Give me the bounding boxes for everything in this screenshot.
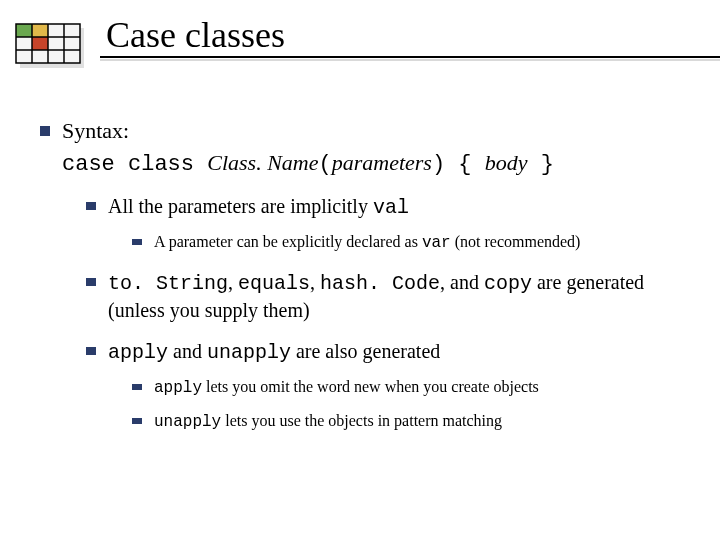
- svg-rect-10: [32, 50, 48, 63]
- svg-rect-9: [16, 50, 32, 63]
- svg-rect-12: [64, 50, 80, 63]
- bullet-icon: [86, 202, 96, 210]
- svg-rect-2: [32, 24, 48, 37]
- bullet-text: apply and unapply are also generated: [108, 338, 440, 366]
- slide: Case classes Syntax: case class Class. N…: [0, 0, 720, 540]
- bullet-icon: [86, 347, 96, 355]
- code-val: val: [373, 196, 409, 219]
- bullet-icon: [40, 126, 50, 136]
- syntax-parameters: parameters: [332, 150, 432, 175]
- bullet-unapply-desc: unapply lets you use the objects in patt…: [132, 410, 696, 434]
- text: A parameter can be explicitly declared a…: [154, 233, 422, 250]
- slide-title: Case classes: [100, 8, 285, 56]
- bullet-apply-desc: apply lets you omit the word new when yo…: [132, 376, 696, 400]
- bullet-text: to. String, equals, hash. Code, and copy…: [108, 269, 696, 324]
- bullet-text: apply lets you omit the word new when yo…: [154, 376, 539, 400]
- syntax-label: Syntax:: [62, 118, 129, 143]
- text: , and: [440, 271, 484, 293]
- syntax-brace-close: }: [527, 152, 553, 177]
- text: are also generated: [291, 340, 440, 362]
- bullet-icon: [86, 278, 96, 286]
- grid-logo-icon: [0, 8, 100, 88]
- code-var: var: [422, 234, 451, 252]
- bullet-text: unapply lets you use the objects in patt…: [154, 410, 502, 434]
- syntax-paren-open: (: [318, 152, 331, 177]
- bullet-icon: [132, 418, 142, 424]
- syntax-body: body: [485, 150, 528, 175]
- syntax-brace-open: {: [445, 152, 485, 177]
- bullet-icon: [132, 384, 142, 390]
- bullet-generated-methods: to. String, equals, hash. Code, and copy…: [86, 269, 696, 324]
- slide-logo: [0, 8, 100, 88]
- text: lets you use the objects in pattern matc…: [221, 412, 502, 429]
- syntax-keyword: case class: [62, 152, 207, 177]
- code-hashcode: hash. Code: [320, 272, 440, 295]
- bullet-text: All the parameters are implicitly val: [108, 193, 409, 221]
- bullet-apply-unapply: apply and unapply are also generated: [86, 338, 696, 366]
- bullet-var: A parameter can be explicitly declared a…: [132, 231, 696, 255]
- svg-rect-8: [64, 37, 80, 50]
- svg-rect-6: [32, 37, 48, 50]
- code-apply: apply: [108, 341, 168, 364]
- svg-rect-3: [48, 24, 64, 37]
- svg-rect-5: [16, 37, 32, 50]
- text: ,: [310, 271, 320, 293]
- bullet-text: A parameter can be explicitly declared a…: [154, 231, 580, 255]
- code-unapply: unapply: [207, 341, 291, 364]
- title-underline-shadow: [100, 59, 720, 61]
- text: and: [168, 340, 207, 362]
- svg-rect-7: [48, 37, 64, 50]
- code-tostring: to. String: [108, 272, 228, 295]
- code-unapply: unapply: [154, 413, 221, 431]
- svg-rect-11: [48, 50, 64, 63]
- text: All the parameters are implicitly: [108, 195, 373, 217]
- title-underline: [100, 56, 720, 58]
- text: lets you omit the word new when you crea…: [202, 378, 539, 395]
- text: (not recommended): [451, 233, 581, 250]
- bullet-text: Syntax: case class Class. Name(parameter…: [62, 116, 554, 179]
- syntax-classname: Class. Name: [207, 150, 318, 175]
- slide-body: Syntax: case class Class. Name(parameter…: [0, 88, 720, 433]
- bullet-icon: [132, 239, 142, 245]
- code-copy: copy: [484, 272, 532, 295]
- code-equals: equals: [238, 272, 310, 295]
- svg-rect-1: [16, 24, 32, 37]
- title-row: Case classes: [0, 0, 720, 88]
- syntax-paren-close: ): [432, 152, 445, 177]
- bullet-val: All the parameters are implicitly val: [86, 193, 696, 221]
- text: ,: [228, 271, 238, 293]
- code-apply: apply: [154, 379, 202, 397]
- bullet-syntax: Syntax: case class Class. Name(parameter…: [40, 116, 696, 179]
- svg-rect-4: [64, 24, 80, 37]
- syntax-line: case class Class. Name(parameters) { bod…: [62, 148, 554, 180]
